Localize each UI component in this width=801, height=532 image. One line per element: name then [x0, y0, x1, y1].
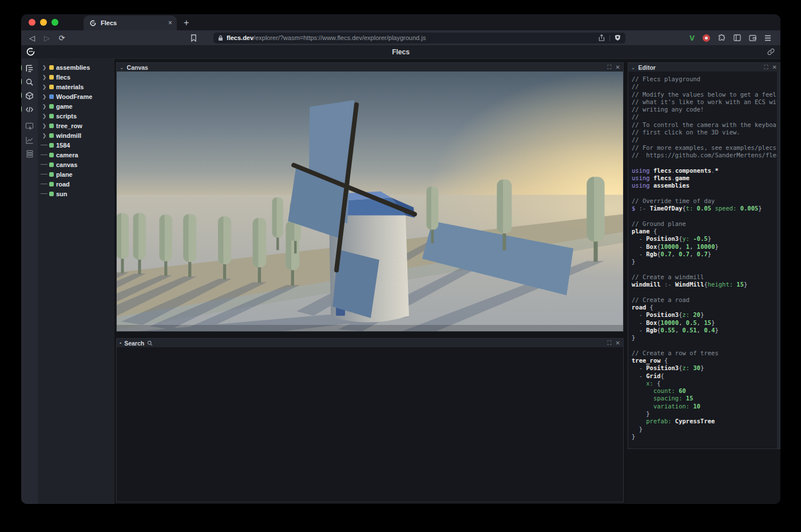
fullscreen-icon[interactable]: ⛶ [764, 64, 768, 71]
tree-item-game[interactable]: ❯game [42, 101, 114, 111]
url-bar[interactable]: flecs.dev/explorer/?wasm=https://www.fle… [213, 33, 625, 43]
vpn-v-icon[interactable]: V [689, 34, 695, 42]
code-line: // https://github.com/SanderMertens/flec… [632, 152, 780, 159]
code-line: tree_row { [632, 357, 780, 364]
close-tab-icon[interactable]: × [168, 19, 172, 26]
entity-color-square [49, 162, 54, 167]
close-icon[interactable]: ✕ [616, 64, 620, 70]
code-line: } [632, 410, 780, 418]
code-line [632, 288, 780, 296]
code-line: road { [632, 304, 780, 311]
active-indicator [21, 78, 22, 85]
tree-item-windmill[interactable]: ❯windmill [42, 130, 114, 140]
code-line [632, 159, 780, 166]
minimize-window-button[interactable] [40, 19, 47, 26]
tab-flecs[interactable]: Flecs × [84, 15, 177, 30]
brave-shield-icon[interactable] [614, 34, 621, 41]
tree-item-label: canvas [56, 161, 77, 168]
chevron-right-icon[interactable]: ❯ [42, 133, 47, 138]
code-line: // Flecs playground [632, 76, 780, 83]
code-line: } [632, 426, 780, 433]
entity-color-square [49, 85, 54, 89]
tree-item-WoodFrame[interactable]: ❯WoodFrame [42, 92, 114, 101]
code-icon[interactable] [23, 104, 36, 115]
chevron-right-icon[interactable]: ❯ [42, 104, 47, 109]
chevron-right-icon[interactable]: ❯ [42, 123, 47, 129]
tree-item-road[interactable]: road [42, 179, 114, 189]
tree-item-label: sun [56, 190, 68, 197]
collapsed-bullet-icon[interactable]: • [120, 340, 121, 346]
search-panel-title: Search [124, 340, 144, 347]
code-line: - Rgb{0.55, 0.51, 0.4} [632, 327, 780, 334]
tree-item-materials[interactable]: ❯materials [42, 82, 114, 92]
close-icon[interactable]: ✕ [616, 340, 620, 346]
entity-color-square [49, 192, 54, 196]
tree-item-flecs[interactable]: ❯flecs [42, 72, 114, 82]
canvas-panel-header[interactable]: ⌄ Canvas ⛶ ✕ [117, 63, 623, 72]
tree-item-tree_row[interactable]: ❯tree_row [42, 121, 114, 130]
code-line: // Override time of day [632, 197, 780, 205]
entity-color-square [49, 143, 54, 148]
chart-icon[interactable] [23, 134, 36, 146]
url-text: flecs.dev/explorer/?wasm=https://www.fle… [227, 34, 595, 41]
wallet-icon[interactable] [749, 35, 756, 41]
tree-item-assemblies[interactable]: ❯assemblies [42, 62, 114, 72]
editor-panel-header[interactable]: ⌄ Editor ⛶ ✕ [628, 63, 780, 72]
code-line: // For more examples, see examples/plecs… [632, 144, 780, 152]
close-icon[interactable]: ✕ [772, 64, 777, 70]
adblock-icon[interactable] [703, 34, 710, 42]
code-line [632, 189, 780, 197]
code-line: variation: 10 [632, 403, 780, 410]
chevron-right-icon[interactable]: ❯ [42, 94, 47, 100]
code-editor[interactable]: // Flecs playground//// Modify the value… [628, 72, 780, 448]
back-icon[interactable]: ◁ [27, 34, 37, 42]
hierarchy-icon[interactable] [23, 62, 36, 74]
tree-item-camera[interactable]: camera [42, 150, 114, 160]
tree-item-label: windmill [56, 132, 81, 139]
scrollbar[interactable] [777, 72, 780, 448]
reload-icon[interactable]: ⟳ [57, 34, 67, 42]
chevron-down-icon[interactable]: ⌄ [631, 65, 636, 70]
close-window-button[interactable] [29, 19, 35, 26]
screen-share-icon[interactable] [23, 121, 36, 132]
tree-item-1584[interactable]: 1584 [42, 140, 114, 150]
tree-item-scripts[interactable]: ❯scripts [42, 111, 114, 121]
cube-icon[interactable] [23, 90, 36, 101]
menu-icon[interactable] [764, 35, 771, 41]
tree-item-sun[interactable]: sun [42, 189, 114, 198]
fullscreen-icon[interactable]: ⛶ [608, 340, 612, 347]
fullscreen-icon[interactable]: ⛶ [608, 64, 612, 71]
code-line: - Position3{z: 20} [632, 311, 780, 319]
extensions-icon[interactable] [718, 34, 725, 42]
search-icon[interactable] [23, 76, 36, 88]
link-icon[interactable] [767, 48, 775, 55]
sidebar-icon[interactable] [733, 34, 741, 41]
tree-item-label: game [56, 103, 73, 110]
tree-item-label: camera [56, 152, 78, 158]
share-icon[interactable] [598, 34, 605, 41]
bookmark-icon[interactable] [191, 34, 201, 42]
forward-icon[interactable]: ▷ [42, 34, 52, 42]
code-line: // [632, 113, 780, 121]
editor-panel-title: Editor [639, 64, 656, 71]
entity-color-square [49, 172, 54, 177]
chevron-down-icon[interactable]: ⌄ [120, 65, 124, 70]
canvas-3d-scene[interactable] [117, 72, 623, 331]
canvas-panel-title: Canvas [127, 64, 148, 71]
rows-icon[interactable] [23, 148, 36, 160]
chevron-right-icon[interactable]: ❯ [42, 65, 47, 70]
new-tab-button[interactable]: + [184, 18, 189, 28]
search-panel-header[interactable]: • Search ⛶ ✕ [117, 339, 623, 347]
tree-item-plane[interactable]: plane [42, 169, 114, 179]
flecs-logo[interactable] [26, 47, 35, 57]
navigation-bar: ◁ ▷ ⟳ flecs.dev/explorer/?wasm=https://w… [21, 30, 780, 45]
code-line: spacing: 15 [632, 395, 780, 402]
chevron-right-icon[interactable]: ❯ [42, 113, 47, 119]
tree-item-label: tree_row [56, 122, 82, 129]
chevron-right-icon[interactable]: ❯ [42, 84, 47, 90]
chevron-right-icon[interactable]: ❯ [42, 74, 47, 80]
code-line: // [632, 136, 780, 144]
tree-item-canvas[interactable]: canvas [42, 160, 114, 169]
zoom-window-button[interactable] [51, 19, 58, 26]
code-line: - Box{10000, 0.5, 15} [632, 319, 780, 327]
